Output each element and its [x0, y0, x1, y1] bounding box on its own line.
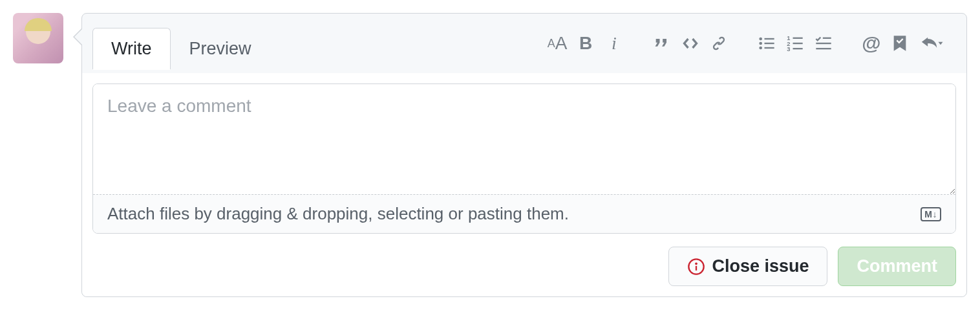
heading-icon[interactable]: AA — [548, 34, 567, 53]
close-issue-icon — [687, 258, 705, 276]
mention-icon[interactable]: @ — [862, 34, 881, 53]
comment-button-label: Comment — [857, 256, 937, 276]
svg-rect-4 — [765, 43, 774, 44]
quote-icon[interactable] — [652, 34, 672, 53]
textarea-wrap: Attach files by dragging & dropping, sel… — [92, 84, 956, 234]
comment-textarea[interactable] — [93, 84, 955, 194]
svg-rect-3 — [765, 38, 774, 39]
svg-point-1 — [759, 42, 762, 45]
svg-rect-14 — [816, 48, 831, 49]
svg-rect-12 — [823, 38, 831, 39]
svg-rect-17 — [696, 265, 697, 270]
svg-point-0 — [759, 38, 762, 41]
toolbar: AA B i — [536, 34, 956, 53]
svg-rect-5 — [765, 47, 774, 49]
comment-button[interactable]: Comment — [838, 247, 956, 286]
bold-icon[interactable]: B — [576, 34, 595, 53]
saved-reply-icon[interactable] — [890, 34, 910, 53]
comment-header: Write Preview AA B i — [82, 14, 966, 73]
attach-hint-text: Attach files by dragging & dropping, sel… — [107, 204, 569, 224]
reply-icon[interactable] — [919, 34, 944, 53]
unordered-list-icon[interactable] — [757, 34, 776, 53]
svg-rect-13 — [816, 43, 831, 44]
close-issue-button[interactable]: Close issue — [668, 247, 827, 286]
actions: Close issue Comment — [92, 247, 956, 286]
tabs: Write Preview — [92, 28, 270, 69]
svg-point-2 — [759, 47, 762, 50]
italic-icon[interactable]: i — [604, 34, 624, 53]
svg-rect-9 — [793, 38, 803, 39]
svg-text:3: 3 — [787, 46, 790, 52]
markdown-icon[interactable]: M↓ — [921, 207, 941, 221]
avatar[interactable] — [13, 13, 63, 63]
link-icon[interactable] — [709, 34, 729, 53]
close-issue-label: Close issue — [712, 256, 809, 276]
comment-box: Write Preview AA B i — [81, 13, 967, 297]
svg-rect-10 — [793, 43, 803, 44]
tab-write[interactable]: Write — [92, 28, 171, 69]
svg-rect-11 — [793, 48, 803, 49]
svg-point-16 — [696, 262, 698, 265]
code-icon[interactable] — [681, 34, 700, 53]
attach-bar[interactable]: Attach files by dragging & dropping, sel… — [93, 194, 955, 233]
tab-preview[interactable]: Preview — [171, 28, 270, 69]
comment-body: Attach files by dragging & dropping, sel… — [82, 73, 966, 296]
ordered-list-icon[interactable]: 123 — [785, 34, 805, 53]
task-list-icon[interactable] — [814, 34, 833, 53]
